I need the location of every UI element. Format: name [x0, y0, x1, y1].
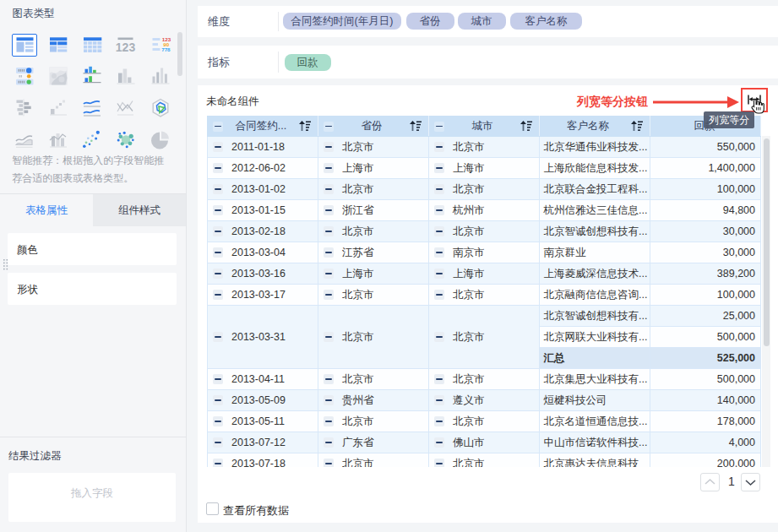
svg-text:123: 123 — [116, 41, 136, 54]
svg-text:778: 778 — [161, 46, 171, 52]
